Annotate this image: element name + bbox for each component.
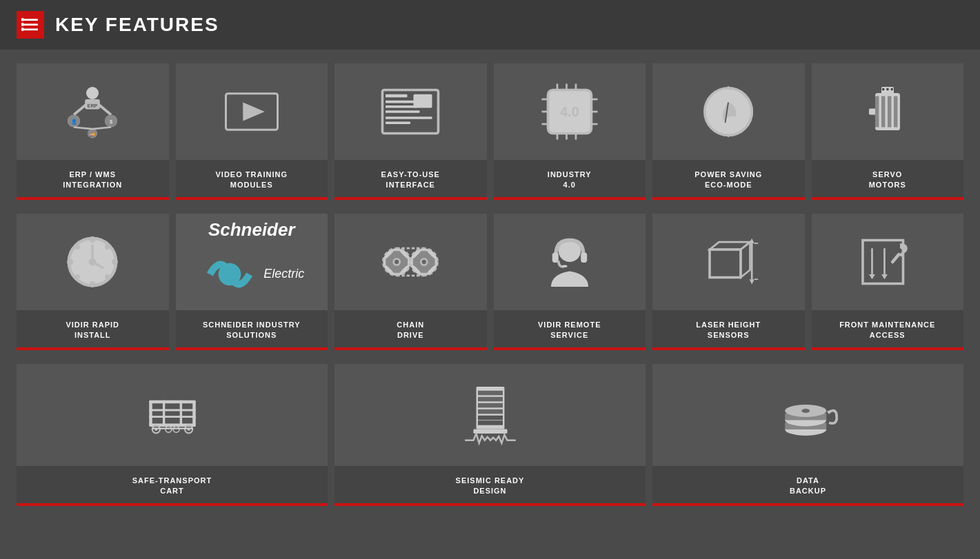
features-grid-row2: VIDIR RAPIDINSTALL Schneider Electric SC… bbox=[0, 214, 980, 364]
svg-point-68 bbox=[106, 246, 109, 249]
svg-point-69 bbox=[77, 276, 79, 278]
header: KEY FEATURES bbox=[0, 0, 980, 50]
svg-rect-90 bbox=[863, 241, 903, 284]
svg-rect-4 bbox=[21, 23, 23, 26]
cart-label: SAFE-TRANSPORTCART bbox=[132, 476, 212, 497]
svg-rect-100 bbox=[162, 400, 164, 427]
feature-servo-motors[interactable]: SERVOMOTORS bbox=[812, 63, 964, 200]
svg-rect-54 bbox=[888, 96, 891, 128]
svg-rect-28 bbox=[414, 94, 432, 108]
svg-rect-110 bbox=[152, 428, 192, 429]
svg-rect-84 bbox=[710, 250, 741, 278]
svg-rect-24 bbox=[386, 94, 408, 98]
svg-rect-55 bbox=[894, 96, 897, 128]
svg-rect-2 bbox=[23, 28, 38, 30]
svg-point-60 bbox=[91, 238, 94, 241]
svg-point-67 bbox=[77, 246, 79, 249]
svg-line-95 bbox=[892, 254, 899, 262]
svg-rect-97 bbox=[192, 401, 196, 425]
svg-rect-96 bbox=[149, 401, 152, 425]
feature-safe-transport[interactable]: SAFE-TRANSPORTCART bbox=[17, 364, 328, 506]
servo-label: SERVOMOTORS bbox=[869, 170, 906, 191]
svg-text:🚚: 🚚 bbox=[90, 132, 95, 137]
svg-rect-115 bbox=[478, 409, 503, 414]
svg-marker-94 bbox=[881, 274, 888, 279]
svg-point-57 bbox=[886, 88, 889, 91]
remote-label: VIDIR REMOTESERVICE bbox=[538, 320, 601, 341]
feature-video-training[interactable]: VIDEO TRAININGMODULES bbox=[176, 63, 328, 200]
svg-point-62 bbox=[68, 260, 72, 263]
svg-text:ERP: ERP bbox=[88, 103, 98, 109]
video-label: VIDEO TRAININGMODULES bbox=[216, 170, 288, 191]
data-backup-label: DATABACKUP bbox=[790, 476, 826, 497]
feature-data-backup[interactable]: DATABACKUP bbox=[652, 364, 963, 506]
feature-chain-drive[interactable]: CHAINDRIVE bbox=[334, 214, 487, 350]
feature-vidir-rapid[interactable]: VIDIR RAPIDINSTALL bbox=[17, 214, 169, 350]
svg-point-66 bbox=[90, 259, 95, 264]
svg-line-20 bbox=[92, 128, 111, 130]
svg-rect-82 bbox=[581, 253, 587, 263]
svg-rect-53 bbox=[881, 96, 885, 128]
erp-label: ERP / WMSINTEGRATION bbox=[63, 170, 122, 191]
svg-point-6 bbox=[86, 87, 99, 99]
svg-point-124 bbox=[801, 409, 810, 413]
chain-label: CHAINDRIVE bbox=[397, 320, 424, 341]
svg-marker-22 bbox=[244, 104, 262, 120]
svg-point-70 bbox=[106, 276, 109, 278]
svg-rect-3 bbox=[21, 18, 23, 21]
svg-rect-30 bbox=[386, 121, 410, 124]
seismic-label: SEISMIC READYDESIGN bbox=[456, 476, 525, 497]
svg-rect-27 bbox=[386, 110, 420, 113]
interface-label: EASY-TO-USEINTERFACE bbox=[381, 170, 440, 191]
feature-industry40[interactable]: 4.0 INDUSTRY4.0 bbox=[494, 63, 646, 200]
features-grid-row3: SAFE-TRANSPORTCART SEISMIC READYD bbox=[0, 364, 980, 520]
svg-text:👤: 👤 bbox=[71, 119, 77, 125]
svg-rect-113 bbox=[478, 397, 503, 402]
feature-vidir-remote[interactable]: VIDIR REMOTESERVICE bbox=[494, 214, 646, 350]
vidir-rapid-label: VIDIR RAPIDINSTALL bbox=[66, 320, 119, 341]
schneider-label: SCHNEIDER INDUSTRYSOLUTIONS bbox=[203, 320, 301, 341]
svg-rect-114 bbox=[478, 403, 503, 408]
svg-point-74 bbox=[394, 259, 400, 265]
svg-rect-118 bbox=[473, 429, 507, 434]
maintenance-label: FRONT MAINTENANCEACCESS bbox=[839, 320, 935, 341]
svg-rect-98 bbox=[149, 400, 196, 404]
svg-rect-29 bbox=[386, 116, 432, 119]
feature-erp-wms[interactable]: ERP 👤 $ 🚚 ERP / WMSINTEGRATION bbox=[17, 63, 169, 200]
svg-text:$: $ bbox=[110, 119, 112, 125]
feature-laser-height[interactable]: LASER HEIGHTSENSORS bbox=[652, 214, 805, 350]
features-grid-row1: ERP 👤 $ 🚚 ERP / WMSINTEGRATION bbox=[0, 50, 980, 214]
svg-point-61 bbox=[91, 283, 94, 286]
industry-label: INDUSTRY4.0 bbox=[548, 170, 592, 191]
svg-rect-101 bbox=[179, 400, 181, 427]
svg-rect-0 bbox=[23, 19, 38, 21]
svg-rect-1 bbox=[23, 23, 38, 26]
svg-point-56 bbox=[882, 88, 885, 91]
laser-label: LASER HEIGHTSENSORS bbox=[696, 320, 761, 341]
svg-point-63 bbox=[113, 260, 117, 263]
svg-rect-83 bbox=[562, 265, 567, 268]
svg-rect-102 bbox=[149, 409, 196, 411]
svg-rect-52 bbox=[875, 96, 879, 128]
svg-marker-87 bbox=[750, 279, 754, 284]
feature-front-maintenance[interactable]: FRONT MAINTENANCEACCESS bbox=[812, 214, 964, 350]
feature-power-saving[interactable]: POWER SAVINGECO-MODE bbox=[652, 63, 805, 200]
svg-point-77 bbox=[421, 259, 428, 265]
page-title: KEY FEATURES bbox=[55, 14, 219, 36]
svg-rect-112 bbox=[478, 391, 503, 396]
svg-rect-5 bbox=[21, 28, 23, 30]
svg-rect-116 bbox=[478, 416, 503, 420]
svg-line-19 bbox=[74, 128, 92, 130]
eco-label: POWER SAVINGECO-MODE bbox=[694, 170, 762, 191]
feature-seismic-ready[interactable]: SEISMIC READYDESIGN bbox=[334, 364, 646, 506]
svg-point-58 bbox=[890, 88, 893, 91]
svg-rect-26 bbox=[386, 105, 417, 108]
feature-easy-interface[interactable]: EASY-TO-USEINTERFACE bbox=[334, 63, 487, 200]
svg-rect-103 bbox=[149, 416, 196, 418]
svg-rect-117 bbox=[478, 420, 503, 425]
svg-text:4.0: 4.0 bbox=[560, 104, 579, 119]
svg-point-71 bbox=[219, 263, 241, 285]
svg-marker-92 bbox=[869, 274, 875, 279]
header-icon bbox=[17, 11, 44, 39]
feature-schneider[interactable]: Schneider Electric SCHNEIDER INDUSTRYSOL… bbox=[176, 214, 328, 350]
